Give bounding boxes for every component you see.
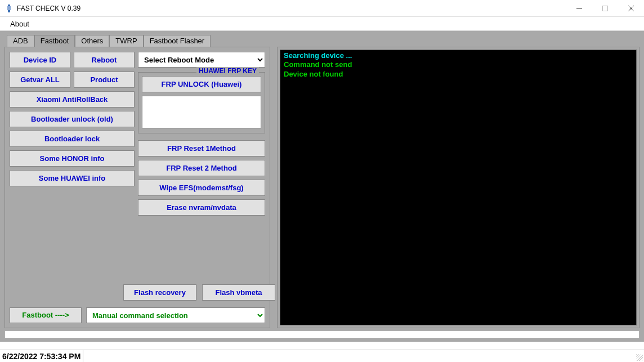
tab-others[interactable]: Others: [75, 35, 109, 47]
window-title: FAST CHECK V 0.39: [17, 5, 566, 12]
tab-twrp[interactable]: TWRP: [109, 35, 143, 47]
huawei-frp-group: HUAWEI FRP KEY FRP UNLOCK (Huawei): [138, 72, 265, 133]
right-panel: Searching device ...Command not sendDevi…: [277, 47, 639, 328]
tabstrip: ADB Fastboot Others TWRP Fastboot Flashe…: [7, 34, 639, 47]
frp-reset-1-button[interactable]: FRP Reset 1Method: [138, 140, 265, 157]
manual-command-select[interactable]: Manual command selection: [86, 307, 265, 323]
huawei-frp-key-legend: HUAWEI FRP KEY: [196, 67, 259, 75]
tab-fastboot[interactable]: Fastboot: [34, 35, 75, 47]
some-huawei-info-button[interactable]: Some HUAWEI info: [10, 170, 135, 186]
fastboot-label: Fastboot ---->: [10, 307, 82, 323]
reboot-button[interactable]: Reboot: [74, 52, 135, 68]
wipe-efs-button[interactable]: Wipe EFS(modemst/fsg): [138, 180, 265, 196]
device-id-button[interactable]: Device ID: [10, 52, 70, 68]
flash-recovery-button[interactable]: Flash recovery: [123, 284, 196, 301]
product-button[interactable]: Product: [74, 71, 135, 88]
bootloader-lock-button[interactable]: Bootloader lock: [10, 131, 135, 147]
huawei-frp-key-input[interactable]: [142, 96, 261, 128]
xiaomi-antirollback-button[interactable]: Xiaomi AntiRollBack: [10, 91, 135, 108]
erase-nvram-button[interactable]: Erase nvram/nvdata: [138, 199, 265, 216]
svg-rect-2: [8, 10, 10, 12]
svg-rect-0: [8, 5, 10, 6]
progress-bar: [5, 330, 639, 338]
content-area: ADB Fastboot Others TWRP Fastboot Flashe…: [0, 31, 644, 342]
frp-unlock-huawei-button[interactable]: FRP UNLOCK (Huawei): [142, 76, 261, 92]
menubar: About: [0, 17, 644, 31]
reboot-mode-select[interactable]: Select Reboot Mode: [138, 52, 265, 68]
svg-rect-1: [7, 6, 11, 10]
statusbar: 6/22/2022 7:53:34 PM: [0, 350, 644, 362]
tab-adb[interactable]: ADB: [7, 35, 34, 47]
resize-grip[interactable]: [636, 354, 643, 361]
maximize-button[interactable]: [592, 0, 618, 17]
left-panel: Device ID Reboot Getvar ALL Product Xiao…: [5, 47, 270, 328]
getvar-all-button[interactable]: Getvar ALL: [10, 71, 70, 88]
app-icon: [5, 4, 14, 13]
some-honor-info-button[interactable]: Some HONOR info: [10, 150, 135, 167]
flash-vbmeta-button[interactable]: Flash vbmeta: [202, 284, 275, 301]
menu-about[interactable]: About: [7, 19, 33, 29]
svg-rect-4: [603, 6, 608, 11]
bootloader-unlock-old-button[interactable]: Bootloader unlock (old): [10, 111, 135, 127]
close-button[interactable]: [618, 0, 644, 17]
frp-reset-2-button[interactable]: FRP Reset 2 Method: [138, 160, 265, 176]
window-controls: [566, 0, 644, 17]
status-datetime: 6/22/2022 7:53:34 PM: [2, 352, 80, 361]
minimize-button[interactable]: [566, 0, 592, 17]
tab-fastboot-flasher[interactable]: Fastboot Flasher: [144, 35, 211, 47]
titlebar: FAST CHECK V 0.39: [0, 0, 644, 17]
console-output[interactable]: Searching device ...Command not sendDevi…: [280, 50, 637, 325]
